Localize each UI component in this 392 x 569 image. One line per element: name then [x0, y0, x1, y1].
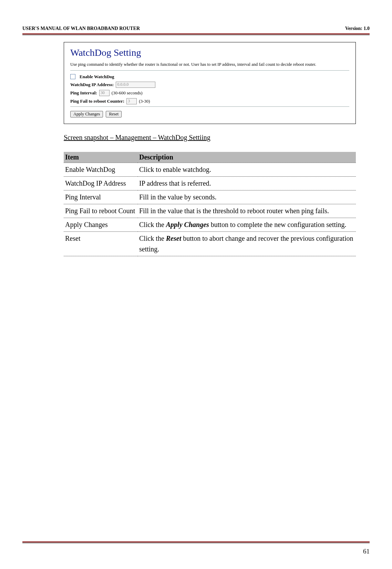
table-desc: Fill in the value that is the threshold …: [138, 204, 356, 218]
footer-rule: [22, 541, 370, 543]
table-desc: Click the Apply Changes button to comple…: [138, 218, 356, 231]
table-desc: Click to enable watchdog.: [138, 163, 356, 176]
ping-interval-label: Ping Interval:: [70, 90, 97, 96]
table-desc: Click the Reset button to abort change a…: [138, 231, 356, 256]
screenshot-caption: Screen snapshot – Management – WatchDog …: [64, 134, 356, 142]
header-rule: [22, 33, 370, 35]
table-row: Enable WatchDog Click to enable watchdog…: [64, 163, 356, 176]
ip-address-input[interactable]: [116, 82, 155, 88]
ping-fail-input[interactable]: [126, 98, 137, 104]
table-item: Ping Fail to reboot Count: [64, 204, 138, 218]
table-row: Ping Fail to reboot Count Fill in the va…: [64, 204, 356, 218]
header-right: Version: 1.0: [345, 26, 370, 31]
screenshot-title: WatchDog Setting: [70, 47, 349, 58]
table-item: Apply Changes: [64, 218, 138, 231]
screenshot-divider-2: [70, 106, 349, 107]
table-row: Apply Changes Click the Apply Changes bu…: [64, 218, 356, 231]
table-item: WatchDog IP Address: [64, 176, 138, 190]
table-desc: Fill in the value by seconds.: [138, 190, 356, 204]
table-row: WatchDog IP Address IP address that is r…: [64, 176, 356, 190]
reset-button[interactable]: Reset: [106, 111, 122, 117]
ping-fail-hint: (3-30): [139, 99, 150, 104]
description-table: Item Description Enable WatchDog Click t…: [64, 152, 356, 256]
table-item: Reset: [64, 231, 138, 256]
table-desc: IP address that is referred.: [138, 176, 356, 190]
enable-watchdog-checkbox[interactable]: [70, 74, 75, 79]
enable-watchdog-label: Enable WatchDog: [80, 74, 114, 80]
table-item: Enable WatchDog: [64, 163, 138, 176]
ip-address-label: WatchDog IP Address:: [70, 82, 114, 87]
ping-fail-label: Ping Fail to reboot Counter:: [70, 99, 124, 104]
table-item: Ping Interval: [64, 190, 138, 204]
table-head-desc: Description: [138, 152, 356, 163]
ping-interval-input[interactable]: [99, 90, 110, 96]
table-row: Reset Click the Reset button to abort ch…: [64, 231, 356, 256]
table-row: Ping Interval Fill in the value by secon…: [64, 190, 356, 204]
watchdog-screenshot: WatchDog Setting Use ping command to ide…: [64, 42, 356, 124]
screenshot-desc: Use ping command to identify whether the…: [70, 62, 349, 68]
header-left: USER'S MANUAL OF WLAN BROADBAND ROUTER: [22, 26, 140, 31]
page-number: 61: [363, 548, 370, 555]
ping-interval-hint: (30-600 seconds): [112, 90, 143, 96]
table-head-item: Item: [64, 152, 138, 163]
screenshot-divider: [70, 70, 349, 71]
apply-changes-button[interactable]: Apply Changes: [70, 111, 103, 117]
